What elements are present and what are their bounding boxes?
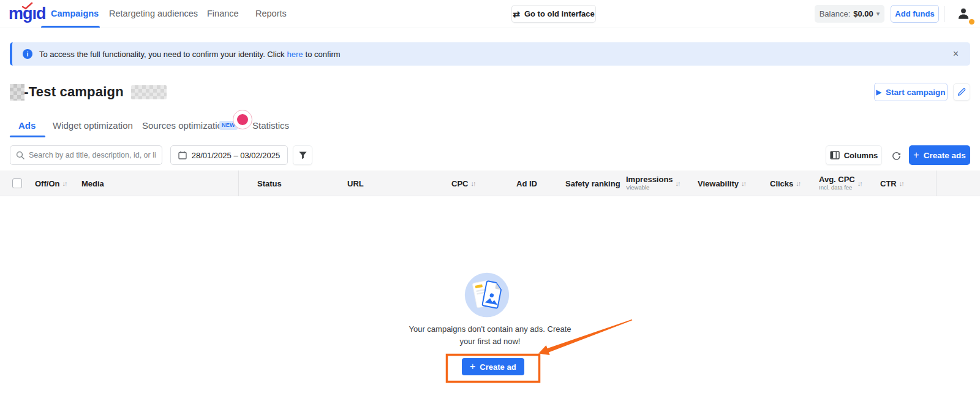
recording-dot-annotation xyxy=(233,110,252,129)
select-all-checkbox[interactable] xyxy=(12,178,22,188)
topnav-divider xyxy=(944,6,945,22)
nav-item-reports[interactable]: Reports xyxy=(255,0,287,28)
column-off-on-label: Off/On xyxy=(35,179,59,188)
column-divider xyxy=(936,170,937,196)
empty-state-message: Your campaigns don't contain any ads. Cr… xyxy=(401,323,579,348)
ads-table-header: Off/On ↓↑ Media Status URL CPC ↓↑ Ad ID … xyxy=(0,170,980,196)
column-off-on: Off/On ↓↑ xyxy=(35,170,66,196)
banner-suffix: to confirm xyxy=(306,50,341,59)
add-funds-button[interactable]: Add funds xyxy=(891,5,939,23)
edit-campaign-button[interactable] xyxy=(953,83,970,101)
column-ctr: CTR ↓↑ xyxy=(880,170,903,196)
column-impressions-label: Impressions xyxy=(626,175,673,185)
column-viewability: Viewability ↓↑ xyxy=(698,170,745,196)
refresh-icon xyxy=(891,150,902,161)
empty-state-illustration xyxy=(464,272,510,318)
column-url: URL xyxy=(347,170,364,196)
nav-item-campaigns[interactable]: Campaigns xyxy=(51,0,99,28)
start-campaign-button[interactable]: ▶ Start campaign xyxy=(874,83,948,101)
tab-statistics[interactable]: Statistics xyxy=(252,117,289,135)
tab-active-underline xyxy=(10,136,45,137)
column-cpc: CPC ↓↑ xyxy=(451,170,475,196)
date-range-picker[interactable]: 28/01/2025 – 03/02/2025 xyxy=(170,145,288,165)
sort-icon[interactable]: ↓↑ xyxy=(676,180,680,187)
column-ctr-label: CTR xyxy=(880,179,897,188)
column-viewability-label: Viewability xyxy=(698,179,739,188)
recording-dot-inner xyxy=(237,114,248,125)
create-ads-button[interactable]: + Create ads xyxy=(909,145,970,165)
old-interface-label: Go to old interface xyxy=(524,9,595,18)
column-status: Status xyxy=(257,170,282,196)
column-media-label: Media xyxy=(81,179,104,188)
sort-icon[interactable]: ↓↑ xyxy=(858,180,862,187)
tab-sources-optimization[interactable]: Sources optimization xyxy=(142,117,227,135)
column-divider xyxy=(238,170,239,196)
user-avatar-button[interactable] xyxy=(956,6,971,21)
pencil-icon xyxy=(957,88,966,96)
column-url-label: URL xyxy=(347,179,364,188)
filter-button[interactable] xyxy=(293,145,312,165)
column-cpc-label: CPC xyxy=(451,179,468,188)
sort-icon[interactable]: ↓↑ xyxy=(470,180,475,187)
notification-dot xyxy=(969,19,974,25)
search-box xyxy=(10,145,162,165)
columns-label: Columns xyxy=(844,151,878,160)
column-avg-cpc-label: Avg. CPC xyxy=(819,175,855,185)
column-avg-cpc-sublabel: Incl. data fee xyxy=(819,185,855,191)
filter-funnel-icon xyxy=(298,151,307,159)
balance-value: $0.00 xyxy=(853,9,873,18)
campaign-header: 5 -Test campaign ▶ Start campaign xyxy=(10,82,970,102)
no-ads-icon xyxy=(464,272,510,318)
column-media: Media xyxy=(81,170,104,196)
info-icon: i xyxy=(23,49,32,59)
redacted-title-prefix xyxy=(10,84,24,101)
create-ads-label: Create ads xyxy=(924,151,966,160)
plus-icon: + xyxy=(913,150,919,160)
tab-ads[interactable]: Ads xyxy=(18,117,36,135)
logo-check-icon xyxy=(22,2,33,10)
swap-arrows-icon: ⇄ xyxy=(513,9,520,19)
search-icon xyxy=(16,151,24,159)
date-range-value: 28/01/2025 – 03/02/2025 xyxy=(192,151,281,160)
column-status-label: Status xyxy=(257,179,282,188)
column-ad-id-label: Ad ID xyxy=(516,179,537,188)
chevron-down-icon: ▾ xyxy=(876,10,880,18)
play-icon: ▶ xyxy=(876,88,881,96)
nav-active-underline xyxy=(41,26,100,28)
search-input[interactable] xyxy=(29,151,156,159)
column-ad-id: Ad ID xyxy=(516,170,537,196)
campaign-tabs: Ads Widget optimization Sources optimiza… xyxy=(0,117,980,137)
column-impressions-sublabel: Viewable xyxy=(626,185,673,191)
sort-icon[interactable]: ↓↑ xyxy=(741,180,745,187)
page-title: -Test campaign xyxy=(24,84,124,100)
mgid-dashboard: mgıd Campaigns Retargeting audiences Fin… xyxy=(0,0,980,398)
column-avg-cpc: Avg. CPC Incl. data fee ↓↑ xyxy=(819,170,862,196)
refresh-button[interactable] xyxy=(887,145,905,165)
start-campaign-label: Start campaign xyxy=(886,88,946,97)
columns-icon xyxy=(830,151,840,159)
balance-label: Balance: xyxy=(820,9,851,18)
create-ad-label: Create ad xyxy=(480,362,516,372)
columns-button[interactable]: Columns xyxy=(826,145,882,165)
sort-icon[interactable]: ↓↑ xyxy=(62,180,66,187)
column-clicks-label: Clicks xyxy=(770,179,793,188)
create-ad-button[interactable]: + Create ad xyxy=(462,358,524,375)
column-safety-ranking-label: Safety ranking xyxy=(565,179,620,188)
redacted-badge xyxy=(131,85,167,99)
tab-widget-optimization[interactable]: Widget optimization xyxy=(53,117,133,135)
ads-toolbar: 28/01/2025 – 03/02/2025 Columns + Create… xyxy=(0,145,980,165)
banner-here-link[interactable]: here xyxy=(287,50,303,59)
column-clicks: Clicks ↓↑ xyxy=(770,170,800,196)
banner-text: To access the full functionality, you ne… xyxy=(39,50,341,59)
nav-item-retargeting-audiences[interactable]: Retargeting audiences xyxy=(109,0,198,28)
sort-icon[interactable]: ↓↑ xyxy=(796,180,800,187)
go-to-old-interface-button[interactable]: ⇄ Go to old interface xyxy=(511,5,596,23)
close-icon[interactable]: × xyxy=(953,49,959,59)
balance-dropdown[interactable]: Balance: $0.00 ▾ xyxy=(815,5,884,23)
nav-item-finance[interactable]: Finance xyxy=(207,0,239,28)
column-impressions: Impressions Viewable ↓↑ xyxy=(626,170,680,196)
identity-banner: i To access the full functionality, you … xyxy=(10,42,970,66)
person-icon xyxy=(956,6,971,21)
plus-icon: + xyxy=(470,362,475,372)
sort-icon[interactable]: ↓↑ xyxy=(899,180,903,187)
